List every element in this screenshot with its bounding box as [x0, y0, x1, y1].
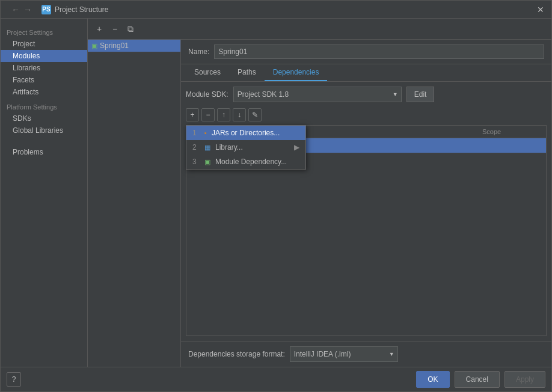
scope-badge: [494, 140, 542, 151]
dialog-title: Project Structure: [55, 5, 108, 14]
sidebar-item-problems[interactable]: Problems: [1, 146, 87, 158]
main-content: Project Settings Project Modules Librari…: [1, 19, 551, 367]
module-detail: Name: Sources Paths Dependencies Module …: [181, 40, 551, 367]
item-label-library: Library...: [215, 143, 243, 152]
action-buttons: OK Cancel Apply: [416, 371, 545, 388]
remove-module-button[interactable]: −: [108, 22, 121, 35]
platform-settings-header: Platform Settings: [1, 102, 87, 112]
sidebar-item-libraries[interactable]: Libraries: [1, 62, 87, 74]
dropdown-item-module-dep[interactable]: 3 ▣ Module Dependency...: [186, 155, 305, 169]
sdk-row: Module SDK: Project SDK 1.8 JDK 11 JDK 1…: [186, 87, 547, 102]
sidebar-item-project[interactable]: Project: [1, 38, 87, 50]
module-list-toolbar: + − ⧉: [88, 19, 551, 40]
app-icon: PS: [41, 5, 51, 14]
name-label: Name:: [188, 47, 209, 56]
storage-dropdown[interactable]: IntelliJ IDEA (.iml) Eclipse (.classpath…: [290, 346, 398, 362]
item-num-3: 3: [192, 158, 200, 166]
sidebar-item-facets[interactable]: Facets: [1, 74, 87, 86]
scope-col-header: Scope: [482, 128, 542, 135]
item-label-jars: JARs or Directories...: [212, 129, 280, 137]
title-bar: ← → PS Project Structure ✕: [1, 1, 551, 19]
project-structure-dialog: ← → PS Project Structure ✕ Project Setti…: [0, 0, 552, 392]
item-label-module-dep: Module Dependency...: [215, 158, 287, 166]
help-button[interactable]: ?: [7, 372, 21, 387]
storage-label: Dependencies storage format:: [188, 350, 285, 358]
apply-button[interactable]: Apply: [504, 371, 545, 388]
bottom-panel: Dependencies storage format: IntelliJ ID…: [181, 341, 551, 367]
lib-icon: ▦: [204, 144, 210, 152]
mod-dep-icon: ▣: [204, 158, 210, 166]
name-row: Name:: [181, 40, 551, 64]
sdk-label: Module SDK:: [186, 90, 228, 99]
add-module-button[interactable]: +: [93, 22, 106, 35]
forward-button[interactable]: →: [22, 4, 33, 16]
sidebar-item-sdks[interactable]: SDKs: [1, 112, 87, 124]
storage-format-row: Dependencies storage format: IntelliJ ID…: [188, 346, 398, 362]
item-num-2: 2: [192, 143, 200, 152]
sdk-dropdown[interactable]: Project SDK 1.8 JDK 11 JDK 17: [233, 87, 402, 102]
edit-sdk-button[interactable]: Edit: [406, 87, 435, 102]
module-icon: ▣: [91, 42, 97, 50]
jar-icon: ▪: [204, 129, 207, 136]
footer: ? OK Cancel Apply: [1, 367, 551, 391]
storage-dropdown-wrapper: IntelliJ IDEA (.iml) Eclipse (.classpath…: [290, 346, 398, 362]
sidebar-item-global-libraries[interactable]: Global Libraries: [1, 124, 87, 136]
copy-module-button[interactable]: ⧉: [124, 22, 137, 35]
tab-sources[interactable]: Sources: [186, 64, 229, 81]
module-list-item[interactable]: ▣ Spring01: [88, 40, 180, 52]
add-dep-dropdown: 1 ▪ JARs or Directories... 2 ▦ Library..…: [186, 125, 306, 170]
dependencies-content: Module SDK: Project SDK 1.8 JDK 11 JDK 1…: [181, 82, 551, 341]
submenu-arrow-icon: ▶: [294, 143, 299, 152]
name-input[interactable]: [214, 44, 544, 59]
module-name: Spring01: [100, 41, 129, 50]
cancel-button[interactable]: Cancel: [455, 371, 500, 388]
add-dep-wrapper: + 1 ▪ JARs or Directories...: [186, 108, 199, 121]
ok-button[interactable]: OK: [416, 371, 449, 388]
close-button[interactable]: ✕: [535, 4, 547, 16]
tab-paths[interactable]: Paths: [229, 64, 265, 81]
dep-toolbar: + 1 ▪ JARs or Directories...: [186, 108, 547, 121]
back-button[interactable]: ←: [10, 4, 21, 16]
project-settings-header: Project Settings: [1, 27, 87, 38]
sidebar: Project Settings Project Modules Librari…: [1, 19, 88, 367]
move-up-button[interactable]: ↑: [217, 108, 230, 121]
add-dep-button[interactable]: +: [186, 108, 199, 121]
title-bar-left: ← → PS Project Structure: [5, 0, 108, 19]
dropdown-item-jars[interactable]: 1 ▪ JARs or Directories...: [186, 126, 305, 140]
sidebar-item-modules[interactable]: Modules: [1, 50, 87, 62]
sidebar-item-artifacts[interactable]: Artifacts: [1, 86, 87, 98]
sdk-dropdown-wrapper: Project SDK 1.8 JDK 11 JDK 17: [233, 87, 402, 102]
nav-arrows: ← →: [5, 0, 38, 19]
edit-dep-button[interactable]: ✎: [248, 108, 262, 121]
remove-dep-button[interactable]: −: [201, 108, 215, 121]
move-down-button[interactable]: ↓: [233, 108, 246, 121]
tab-dependencies[interactable]: Dependencies: [265, 64, 328, 81]
item-num-1: 1: [192, 129, 200, 137]
dropdown-item-library[interactable]: 2 ▦ Library... ▶: [186, 140, 305, 155]
tabs-row: Sources Paths Dependencies: [181, 64, 551, 82]
module-list: ▣ Spring01: [88, 40, 181, 367]
